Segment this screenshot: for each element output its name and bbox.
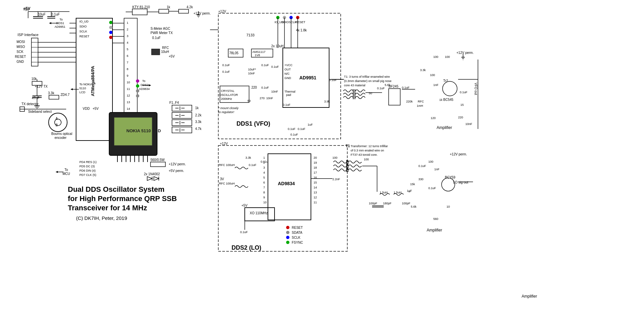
svg-text:ATMega884/PA: ATMega884/PA xyxy=(90,65,95,96)
svg-text:6: 6 xyxy=(127,54,128,58)
svg-text:GND: GND xyxy=(17,60,24,63)
svg-text:AD9951: AD9951 xyxy=(299,75,317,80)
svg-point-312 xyxy=(286,236,289,239)
svg-text:+12V perm.: +12V perm. xyxy=(450,152,467,156)
svg-point-313 xyxy=(286,241,289,244)
svg-text:+12V TX: +12V TX xyxy=(35,85,48,88)
svg-text:1k: 1k xyxy=(439,98,443,102)
svg-text:100pF: 100pF xyxy=(402,202,410,205)
svg-text:Amplifier: Amplifier xyxy=(522,294,537,299)
svg-text:+5V: +5V xyxy=(241,204,247,207)
svg-text:SCLK: SCLK xyxy=(292,236,300,239)
svg-text:200MHz: 200MHz xyxy=(221,97,232,101)
svg-text:NOKIA 5110 LCD: NOKIA 5110 LCD xyxy=(126,128,161,133)
svg-text:15: 15 xyxy=(314,181,317,184)
svg-text:0.1uF: 0.1uF xyxy=(329,78,337,82)
svg-text:100: 100 xyxy=(428,160,433,163)
svg-text:15: 15 xyxy=(460,103,464,106)
svg-text:1: 1 xyxy=(263,156,265,159)
svg-text:0.1uF: 0.1uF xyxy=(288,127,296,131)
svg-text:for High Performance QRP SSB: for High Performance QRP SSB xyxy=(68,194,177,203)
svg-text:0.1uF: 0.1uF xyxy=(261,63,269,67)
svg-text:+12V perm.: +12V perm. xyxy=(193,12,211,15)
svg-text:PWR Meter TX: PWR Meter TX xyxy=(150,31,173,35)
svg-text:1mH: 1mH xyxy=(417,104,423,107)
svg-text:Amplifier: Amplifier xyxy=(427,228,442,232)
svg-text:+5V: +5V xyxy=(169,55,175,58)
svg-text:RFC 100uH: RFC 100uH xyxy=(219,163,235,167)
svg-text:+12V perm.: +12V perm. xyxy=(456,51,474,55)
svg-text:0.1uF: 0.1uF xyxy=(271,65,279,68)
svg-text:MOSI: MOSI xyxy=(17,40,25,44)
svg-text:17: 17 xyxy=(314,171,317,174)
svg-text:10nF: 10nF xyxy=(266,97,273,100)
svg-text:2: 2 xyxy=(127,28,128,31)
svg-text:Thermal: Thermal xyxy=(284,90,295,93)
svg-text:KTY 81-210: KTY 81-210 xyxy=(132,5,150,9)
svg-text:Transformer: 12 turns trifilla: Transformer: 12 turns trifillar xyxy=(351,145,388,148)
svg-text:0.1uF: 0.1uF xyxy=(240,230,248,234)
svg-text:* mount closely: * mount closely xyxy=(218,106,239,110)
svg-point-91 xyxy=(109,26,112,29)
svg-text:0.1uF: 0.1uF xyxy=(152,36,161,40)
svg-text:10uF: 10uF xyxy=(38,13,46,16)
svg-text:LCD: LCD xyxy=(79,91,86,94)
svg-text:180pF: 180pF xyxy=(383,202,392,205)
svg-text:1uF: 1uF xyxy=(308,123,313,126)
svg-text:+5V: +5V xyxy=(23,6,30,11)
svg-text:+VCC: +VCC xyxy=(284,63,293,67)
svg-text:5110: 5110 xyxy=(79,87,86,90)
svg-text:0.1uF: 0.1uF xyxy=(290,133,298,136)
svg-point-310 xyxy=(286,226,289,229)
svg-text:100: 100 xyxy=(430,73,435,77)
svg-text:Tr2: Tr2 xyxy=(443,79,448,83)
svg-text:+12V perm.: +12V perm. xyxy=(169,162,186,166)
svg-text:SDIO: SDIO xyxy=(281,21,289,24)
svg-text:T1: T1 xyxy=(346,144,350,148)
schematic-container: ISP Interface MOSI MISO SCK RESET GND 10… xyxy=(0,0,644,331)
svg-point-90 xyxy=(109,21,112,24)
svg-text:SCK: SCK xyxy=(17,50,23,54)
svg-text:B: B xyxy=(56,123,58,127)
svg-text:330: 330 xyxy=(418,178,423,181)
svg-text:RFC: RFC xyxy=(162,46,169,50)
svg-text:10nF: 10nF xyxy=(248,72,255,75)
svg-text:F1..F4: F1..F4 xyxy=(169,101,179,104)
svg-text:1nF: 1nF xyxy=(434,168,440,171)
svg-text:Bourns optical: Bourns optical xyxy=(51,132,72,136)
svg-text:50: 50 xyxy=(369,92,372,95)
svg-text:ZD4.7: ZD4.7 xyxy=(61,93,70,97)
svg-text:50: 50 xyxy=(247,99,251,103)
svg-text:DDS2 (LO): DDS2 (LO) xyxy=(232,244,261,251)
svg-text:LO sig out: LO sig out xyxy=(453,181,468,184)
svg-text:0.1uF: 0.1uF xyxy=(51,13,60,16)
svg-text:2.2nF: 2.2nF xyxy=(332,178,340,181)
svg-text:TX detector: TX detector xyxy=(21,102,39,106)
svg-text:100: 100 xyxy=(445,55,450,59)
svg-text:XO 110MHz: XO 110MHz xyxy=(250,211,268,215)
svg-text:RESET: RESET xyxy=(79,35,90,38)
svg-text:T1: 3 turns of trifilar enamel: T1: 3 turns of trifilar enameled wire xyxy=(344,75,390,78)
svg-text:To: To xyxy=(64,168,68,172)
svg-text:Sideband select: Sideband select xyxy=(28,110,52,113)
svg-text:5: 5 xyxy=(127,48,128,51)
svg-text:1k: 1k xyxy=(167,5,171,9)
svg-text:SDIO: SDIO xyxy=(79,25,87,28)
svg-text:3.9k: 3.9k xyxy=(324,100,330,103)
svg-text:Amplifier: Amplifier xyxy=(437,125,452,130)
svg-text:RESET: RESET xyxy=(292,226,303,229)
svg-text:0.1uF: 0.1uF xyxy=(249,163,257,167)
svg-text:220: 220 xyxy=(458,116,463,119)
svg-text:19: 19 xyxy=(314,161,317,164)
svg-text:78L05: 78L05 xyxy=(229,51,238,55)
svg-text:RFC: RFC xyxy=(418,100,424,103)
svg-text:AMS1117: AMS1117 xyxy=(252,50,266,54)
svg-text:1: 1 xyxy=(127,21,128,24)
svg-text:PD4 RES (1): PD4 RES (1) xyxy=(79,160,97,164)
svg-text:2.2k: 2.2k xyxy=(195,113,202,117)
svg-text:VFO out: VFO out xyxy=(474,83,478,95)
svg-text:6: 6 xyxy=(263,181,265,184)
svg-text:BC545: BC545 xyxy=(443,98,453,102)
svg-text:7133: 7133 xyxy=(246,33,254,37)
svg-text:12: 12 xyxy=(314,196,317,199)
